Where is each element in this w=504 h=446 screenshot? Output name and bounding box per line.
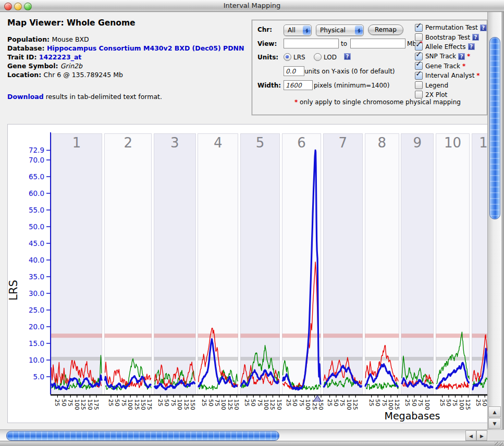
significant-threshold-band [105,333,152,338]
y-tick-label: 60.0 [29,189,44,197]
chromosome-label: 3 [170,135,179,151]
y-tick-label: 5.0 [33,373,44,381]
x-tick-label: 25 [439,399,446,406]
view-label: View: [257,40,277,47]
checkbox-permutation-test[interactable]: ✓ [415,24,423,32]
checkmark-icon: ✓ [415,69,422,78]
vertical-scrollbar-thumb[interactable] [489,37,500,219]
help-icon[interactable]: ? [468,43,475,50]
resize-grip[interactable] [495,442,503,446]
trait-field-database: Database: Hippocampus Consortium M430v2 … [7,44,244,53]
x-tick-label: 150 [87,399,93,410]
x-tick-label: 50 [481,399,487,406]
significant-threshold-band [323,333,363,338]
chromosome-column-5 [240,133,280,394]
units-label: Units: [257,54,278,61]
x-tick-label: 50 [291,399,298,406]
checkbox-legend[interactable] [415,81,423,89]
units-option-lrs: LRS [284,53,305,61]
units-help-icon[interactable]: ? [344,53,351,60]
y-tick-label: 10.0 [29,356,44,364]
chr-select-value: All [288,27,296,34]
y-tick-label: 20.0 [29,323,44,331]
star-note: * [476,72,480,79]
chr-select[interactable]: All ▲▼ [284,24,312,36]
window-bottom-edge [0,441,504,446]
x-tick-label: 100 [127,399,133,410]
x-tick-label: 25 [326,399,333,406]
remap-button[interactable]: Remap [368,24,403,35]
x-tick-label: 150 [189,399,196,410]
suggestive-threshold-band [282,357,321,361]
window-titlebar[interactable]: Interval Mapping [0,0,504,12]
help-icon[interactable]: ? [480,24,487,31]
view-from-input[interactable] [284,39,339,48]
chromosome-label: 5 [256,135,265,151]
option-checkbox-list: ✓Permutation Test?Bootstrap Test?✓Allele… [415,23,487,100]
scroll-down-button[interactable]: ▼ [488,418,501,429]
x-tick-label: 125 [133,399,140,410]
mapping-type-value: Physical [320,27,346,34]
radio-label: LOD [324,54,337,61]
width-input[interactable] [284,80,313,90]
scroll-up-button[interactable]: ▲ [488,406,501,417]
x-tick-label: 75 [120,399,127,406]
radio-lod[interactable] [314,53,322,61]
significant-threshold-band [154,333,196,338]
x-tick-label: 50 [445,399,452,406]
help-icon[interactable]: ? [458,53,465,60]
field-label: Gene Symbol: [7,62,60,70]
x-tick-label: 100 [304,399,311,410]
x-tick-label: 50 [163,399,170,406]
x-tick-label: 100 [176,399,183,410]
y-tick-label: 50.0 [29,222,44,231]
yaxis-units-input[interactable] [284,66,304,76]
horizontal-scrollbar[interactable]: ◀ ▶ [0,429,488,441]
checkbox-2x-plot[interactable] [415,91,423,98]
interval-mapping-chart: 1255075100125150175225507510012515017532… [8,125,487,423]
vertical-scrollbar[interactable]: ▲ ▼ [487,12,501,429]
help-icon[interactable]: ? [472,34,479,41]
x-tick-label: 125 [183,399,190,410]
horizontal-scrollbar-thumb[interactable] [6,431,279,441]
radio-lrs[interactable] [284,53,291,61]
x-tick-label: 175 [93,399,100,410]
download-text: results in tab-delimited text format. [44,93,162,101]
download-link[interactable]: Download [7,93,44,101]
x-tick-label: 25 [475,399,482,406]
chromosome-label: 7 [339,135,348,151]
to-label: to [341,40,347,47]
mapping-type-select[interactable]: Physical ▲▼ [316,24,364,36]
suggestive-threshold-band [154,357,196,361]
field-value[interactable]: Hippocampus Consortium M430v2 BXD (Dec05… [47,44,244,52]
trait-field-trait-id: Trait ID: 1422223_at [7,53,244,61]
x-tick-label: 150 [233,399,240,410]
page-title: Map Viewer: Whole Genome [7,18,136,28]
x-tick-label: 50 [207,399,214,406]
x-tick-label: 50 [411,399,417,406]
star-note: * [467,53,470,60]
window-title: Interval Mapping [0,2,504,9]
view-to-input[interactable] [350,39,405,48]
checkbox-label: Allele Effects [425,43,466,51]
scroll-right-button[interactable]: ▶ [476,430,487,441]
radio-dot [286,55,289,58]
field-label: Location: [7,71,44,79]
scroll-left-button[interactable]: ◀ [465,430,476,441]
x-tick-label: 75 [381,399,388,406]
option-row-bootstrap-test: Bootstrap Test? [415,32,487,42]
x-tick-label: 75 [451,399,458,406]
chromosome-label: 6 [297,135,306,151]
y-tick-label: 15.0 [29,339,44,348]
x-tick-label: 50 [250,399,256,406]
y-tick-label: 70.0 [29,156,44,164]
mapping-type-arrows-icon: ▲▼ [355,26,363,35]
trait-info: Population: Mouse BXDDatabase: Hippocamp… [7,35,244,79]
significant-threshold-band [365,333,399,338]
suggestive-threshold-band [51,357,102,361]
field-value[interactable]: 1422223_at [39,53,82,61]
y-tick-label: 30.0 [29,289,44,298]
x-tick-label: 125 [80,399,87,410]
checkbox-interval-analyst[interactable]: ✓ [415,72,423,80]
chromosome-label: 4 [214,135,223,151]
